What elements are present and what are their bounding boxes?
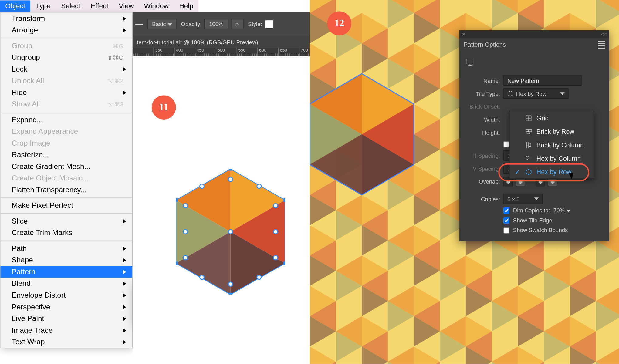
cursor-icon (570, 171, 576, 180)
dropdown-brick-column[interactable]: Brick by Column (509, 138, 594, 152)
grid-icon (525, 115, 532, 122)
menu-rasterize[interactable]: Rasterize... (0, 149, 132, 161)
opacity-field[interactable]: 100% (204, 19, 228, 29)
dropdown-brick-row[interactable]: Brick by Row (509, 125, 594, 138)
menubar[interactable]: Object Type Select Effect View Window He… (0, 0, 198, 12)
opacity-label: Opacity: (181, 21, 202, 27)
svg-rect-7 (229, 169, 232, 171)
brush-basic-select[interactable]: Basic (147, 19, 177, 29)
menu-transform[interactable]: Transform (0, 12, 132, 24)
panel-menu-icon[interactable] (598, 41, 605, 48)
menu-shape[interactable]: Shape (0, 254, 132, 266)
hex-icon (507, 90, 513, 96)
opacity-more-button[interactable]: > (231, 19, 244, 29)
menu-type[interactable]: Type (30, 0, 56, 12)
menu-pattern[interactable]: Pattern (0, 266, 132, 278)
menu-perspective[interactable]: Perspective (0, 301, 132, 313)
copies-select[interactable]: 5 x 5 (503, 194, 543, 204)
menu-effect[interactable]: Effect (86, 0, 113, 12)
object-menu: Transform Arrange Group⌘G Ungroup⇧⌘G Loc… (0, 12, 133, 348)
horizontal-ruler: 350 400 450 500 550 600 650 700 (133, 48, 310, 56)
tile-type-label: Tile Type: (465, 90, 500, 97)
menu-arrange[interactable]: Arrange (0, 24, 132, 36)
dim-copies-value[interactable]: 70% (553, 207, 584, 214)
svg-rect-9 (283, 262, 285, 265)
svg-point-14 (200, 184, 204, 188)
chevron-down-icon (567, 210, 571, 212)
show-tile-edge-label: Show Tile Edge (513, 217, 552, 223)
menu-select[interactable]: Select (56, 0, 86, 12)
chevron-down-icon (560, 92, 564, 95)
menu-gradient-mesh[interactable]: Create Gradient Mesh... (0, 161, 132, 173)
brick-offset-label: Brick Offset: (465, 103, 500, 110)
menu-crop-image: Crop Image (0, 137, 132, 149)
menu-hide[interactable]: Hide (0, 87, 132, 99)
svg-rect-48 (526, 142, 529, 145)
menu-show-all: Show All⌥⌘3 (0, 98, 132, 110)
dim-copies-checkbox[interactable] (503, 207, 509, 213)
brick-col-icon (525, 141, 532, 148)
svg-rect-45 (526, 129, 529, 131)
style-swatch[interactable] (265, 20, 273, 29)
menu-object[interactable]: Object (0, 0, 30, 12)
panel-close-icon[interactable]: ✕ (462, 32, 466, 37)
step-badge-12: 12 (327, 11, 351, 35)
svg-point-22 (273, 204, 278, 208)
svg-point-19 (257, 275, 261, 279)
dropdown-hex-column[interactable]: Hex by Column (509, 152, 594, 165)
chevron-down-icon (534, 197, 539, 200)
menu-trim-marks[interactable]: Create Trim Marks (0, 227, 132, 239)
svg-point-13 (228, 230, 233, 234)
menu-window[interactable]: Window (139, 0, 174, 12)
hex-col-icon (525, 155, 532, 162)
menu-text-wrap[interactable]: Text Wrap (0, 336, 132, 348)
hex-row-icon (525, 168, 532, 175)
artboard-canvas[interactable]: 11 (133, 56, 310, 364)
menu-group: Group⌘G (0, 40, 132, 52)
menu-image-trace[interactable]: Image Trace (0, 325, 132, 336)
menu-envelope-distort[interactable]: Envelope Distort (0, 289, 132, 301)
svg-rect-40 (466, 59, 473, 64)
svg-rect-49 (526, 145, 529, 148)
menu-lock[interactable]: Lock (0, 63, 132, 75)
document-tab[interactable]: tern-for-tutorial.ai* @ 100% (RGB/GPU Pr… (133, 36, 310, 48)
width-label: Width: (465, 116, 500, 123)
dropdown-grid[interactable]: Grid (509, 111, 594, 125)
menu-help[interactable]: Help (174, 0, 198, 12)
show-swatch-bounds-label: Show Swatch Bounds (513, 227, 568, 233)
svg-rect-11 (176, 262, 178, 265)
menu-slice[interactable]: Slice (0, 215, 132, 227)
menu-pixel-perfect[interactable]: Make Pixel Perfect (0, 200, 132, 211)
svg-marker-52 (526, 169, 531, 174)
show-tile-edge-checkbox[interactable] (503, 217, 509, 223)
menu-expand[interactable]: Expand... (0, 114, 132, 126)
svg-point-18 (200, 275, 204, 279)
tile-type-select[interactable]: Hex by Row (503, 88, 568, 99)
svg-rect-12 (176, 198, 178, 202)
svg-point-25 (183, 256, 188, 260)
svg-point-17 (183, 230, 188, 234)
show-swatch-bounds-checkbox[interactable] (503, 227, 509, 233)
pattern-tile-tool-icon[interactable] (465, 58, 477, 67)
menu-ungroup[interactable]: Ungroup⇧⌘G (0, 52, 132, 63)
move-tile-checkbox[interactable] (503, 141, 509, 147)
overlap-label: Overlap: (465, 178, 500, 185)
menu-live-paint[interactable]: Live Paint (0, 313, 132, 325)
hexagon-artwork[interactable] (176, 169, 285, 295)
menu-blend[interactable]: Blend (0, 278, 132, 289)
svg-rect-8 (283, 198, 285, 202)
panel-collapse-icon[interactable]: << (601, 32, 607, 37)
dropdown-hex-row[interactable]: ✓ Hex by Row (509, 165, 594, 178)
style-label: Style: (248, 21, 262, 27)
tile-type-dropdown: Grid Brick by Row Brick by Column Hex by… (509, 111, 594, 179)
dim-copies-label: Dim Copies to: (513, 207, 550, 214)
name-input[interactable] (503, 75, 581, 86)
menu-view[interactable]: View (113, 0, 139, 12)
check-icon: ✓ (515, 168, 521, 176)
svg-point-16 (273, 230, 278, 234)
menu-expand-appearance: Expand Appearance (0, 126, 132, 137)
svg-point-23 (183, 204, 188, 208)
name-label: Name: (465, 77, 500, 84)
menu-flatten-transparency[interactable]: Flatten Transparency... (0, 184, 132, 196)
menu-path[interactable]: Path (0, 243, 132, 254)
